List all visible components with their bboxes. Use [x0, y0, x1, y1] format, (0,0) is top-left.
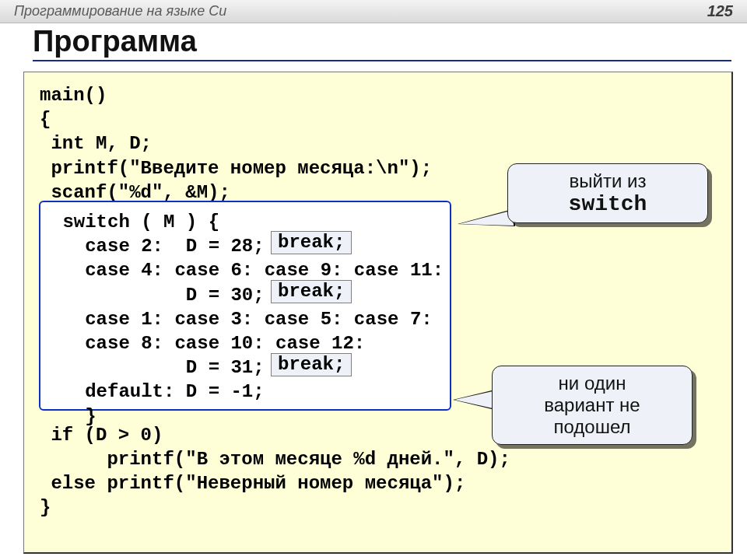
callout-no-match: ни один вариант не подошел — [492, 366, 693, 445]
callout-nomatch-tail — [454, 390, 496, 409]
callout-exit-line2: switch — [522, 192, 693, 216]
code-after-switch: if (D > 0) printf("В этом месяце %d дней… — [40, 425, 510, 519]
slide-heading: Программа — [33, 25, 731, 61]
switch-code: switch ( M ) { case 2: D = 28; case 4: c… — [51, 212, 444, 427]
course-title: Программирование на языке Си — [14, 3, 226, 19]
break-box-3: break; — [271, 353, 352, 376]
slide-topbar: Программирование на языке Си 125 — [0, 0, 747, 23]
code-before-switch: main() { int M, D; printf("Введите номер… — [40, 85, 432, 203]
callout-exit-line1: выйти из — [522, 170, 693, 192]
break-box-1: break; — [271, 231, 352, 254]
callout-exit-switch: выйти из switch — [507, 163, 708, 223]
switch-box: switch ( M ) { case 2: D = 28; case 4: c… — [39, 201, 451, 411]
break-box-2: break; — [271, 280, 352, 303]
callout-exit-tail — [459, 210, 514, 226]
page-number: 125 — [707, 2, 733, 20]
slide: Программирование на языке Си 125 Програм… — [0, 0, 747, 560]
